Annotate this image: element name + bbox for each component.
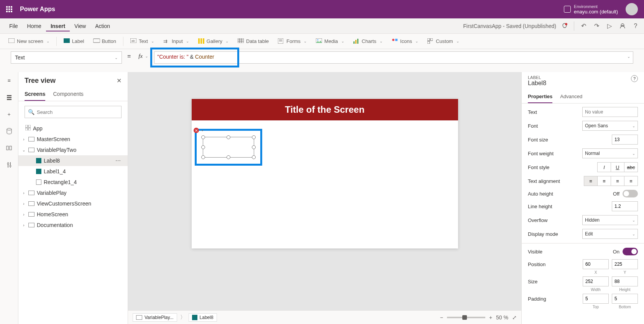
prop-fontsize-input[interactable] — [612, 135, 638, 145]
zoom-slider[interactable] — [447, 317, 485, 318]
hamburger-icon[interactable]: ≡ — [5, 77, 13, 84]
resize-handle[interactable] — [252, 145, 256, 149]
collapse-icon[interactable]: ⌄ — [21, 148, 26, 152]
prop-text-input[interactable] — [582, 107, 638, 117]
formula-expand-icon[interactable]: ⌄ — [627, 54, 630, 59]
ribbon-icons[interactable]: Icons⌄ — [388, 37, 422, 46]
fit-icon[interactable]: ⤢ — [512, 314, 517, 321]
prop-width-input[interactable] — [583, 276, 609, 286]
avatar[interactable] — [626, 3, 638, 15]
menu-insert[interactable]: Insert — [46, 21, 70, 31]
resize-handle[interactable] — [201, 135, 205, 139]
redo-icon[interactable]: ↷ — [593, 22, 600, 30]
app-checker-icon[interactable] — [561, 22, 568, 30]
tree-item-variableplay[interactable]: › VariablePlay — [18, 187, 128, 198]
help-icon[interactable]: ? — [632, 22, 639, 30]
tree-view-icon[interactable] — [5, 94, 13, 101]
italic-button[interactable]: I — [597, 162, 611, 172]
share-icon[interactable] — [619, 22, 626, 30]
visible-toggle[interactable] — [623, 248, 638, 255]
ribbon-media[interactable]: Media⌄ — [312, 37, 348, 46]
more-icon[interactable]: ⋯ — [115, 158, 122, 164]
tree-item-masterscreen[interactable]: › MasterScreen — [18, 134, 128, 145]
underline-button[interactable]: U — [611, 162, 624, 172]
zoom-in-button[interactable]: + — [489, 314, 492, 321]
align-right-button[interactable]: ≡ — [611, 176, 624, 186]
resize-handle[interactable] — [252, 155, 256, 159]
expand-icon[interactable]: › — [21, 212, 26, 217]
breadcrumb-control[interactable]: Label8 — [189, 313, 217, 322]
environment-selector[interactable]: Environment enayu.com (default) — [564, 4, 618, 15]
tab-properties[interactable]: Properties — [528, 90, 552, 103]
breadcrumb-screen[interactable]: VariablePlay... — [133, 313, 177, 322]
data-icon[interactable] — [5, 127, 13, 135]
expand-icon[interactable]: › — [21, 137, 26, 141]
align-justify-button[interactable]: ≡ — [624, 176, 638, 186]
insert-icon[interactable]: + — [5, 110, 13, 118]
ribbon-button[interactable]: Button — [89, 37, 120, 46]
expand-icon[interactable]: › — [21, 202, 26, 206]
expand-icon[interactable]: › — [21, 223, 26, 227]
tree-item-label8[interactable]: Label8 ⋯ — [18, 155, 128, 166]
resize-handle[interactable] — [227, 135, 230, 139]
menu-action[interactable]: Action — [90, 21, 115, 31]
ribbon-charts[interactable]: Charts⌄ — [350, 37, 386, 46]
ribbon-label[interactable]: Label — [60, 37, 88, 46]
resize-handle[interactable] — [252, 135, 256, 139]
menu-file[interactable]: File — [5, 21, 23, 31]
align-center-button[interactable]: ≡ — [597, 176, 611, 186]
menu-home[interactable]: Home — [23, 21, 46, 31]
tree-item-rectangle1-4[interactable]: Rectangle1_4 — [18, 177, 128, 187]
zoom-out-button[interactable]: − — [440, 314, 443, 321]
fx-icon[interactable]: fx ⌄ — [136, 51, 150, 61]
tree-search[interactable]: 🔍 — [25, 106, 122, 118]
prop-lineheight-input[interactable] — [612, 201, 638, 211]
ribbon-gallery[interactable]: Gallery⌄ — [194, 37, 232, 46]
ribbon-text[interactable]: abText⌄ — [127, 37, 158, 46]
search-input[interactable] — [37, 109, 118, 115]
ribbon-custom[interactable]: Custom⌄ — [424, 37, 463, 46]
strike-button[interactable]: abc — [624, 162, 638, 172]
undo-icon[interactable]: ↶ — [580, 22, 587, 30]
tab-screens[interactable]: Screens — [25, 88, 45, 101]
property-selector[interactable]: Text⌄ — [11, 51, 122, 64]
prop-font-select[interactable]: Open Sans⌄ — [582, 121, 638, 131]
prop-overflow-select[interactable]: Hidden⌄ — [582, 215, 638, 225]
tree-app[interactable]: App — [18, 123, 128, 134]
expand-icon[interactable]: › — [21, 191, 26, 195]
play-icon[interactable]: ▷ — [606, 22, 613, 30]
media-panel-icon[interactable] — [5, 144, 13, 152]
waffle-icon[interactable] — [6, 6, 12, 12]
prop-fontweight-select[interactable]: Normal⌄ — [582, 148, 638, 158]
tree-item-documentation[interactable]: › Documentation — [18, 220, 128, 230]
tree-item-viewcustomers[interactable]: › ViewCustomersScreen — [18, 198, 128, 209]
prop-x-input[interactable] — [583, 259, 609, 269]
help-icon[interactable]: ? — [631, 75, 638, 82]
close-icon[interactable]: ✕ — [117, 77, 122, 84]
ribbon-new-screen[interactable]: New screen⌄ — [5, 37, 53, 46]
ribbon-forms[interactable]: Forms⌄ — [274, 37, 310, 46]
tree-item-homescreen[interactable]: › HomeScreen — [18, 209, 128, 220]
prop-padding-bottom-input[interactable] — [612, 294, 638, 304]
autoheight-toggle[interactable] — [623, 190, 638, 197]
tree-item-variableplaytwo[interactable]: ⌄ VariablePlayTwo — [18, 145, 128, 155]
ribbon-datatable[interactable]: Data table — [234, 37, 273, 46]
prop-displaymode-select[interactable]: Edit⌄ — [582, 229, 638, 239]
advanced-tools-icon[interactable] — [5, 161, 13, 169]
prop-padding-top-input[interactable] — [583, 294, 609, 304]
menu-view[interactable]: View — [70, 21, 90, 31]
align-left-button[interactable]: ≡ — [584, 176, 598, 186]
formula-input[interactable] — [154, 51, 633, 64]
tab-components[interactable]: Components — [53, 88, 83, 101]
tab-advanced[interactable]: Advanced — [560, 90, 582, 103]
context-chevron-icon[interactable]: ⌄ — [200, 127, 204, 132]
resize-handle[interactable] — [227, 155, 230, 159]
selected-label-control[interactable]: ✕ ⌄ — [195, 129, 262, 166]
tree-item-label1-4[interactable]: Label1_4 — [18, 166, 128, 177]
ribbon-input[interactable]: ⇉Input⌄ — [159, 37, 193, 46]
resize-handle[interactable] — [201, 145, 205, 149]
delete-badge-icon[interactable]: ✕ — [194, 128, 199, 133]
resize-handle[interactable] — [201, 155, 205, 159]
screen-frame[interactable]: Title of the Screen ✕ ⌄ — [192, 99, 458, 248]
prop-y-input[interactable] — [612, 259, 638, 269]
